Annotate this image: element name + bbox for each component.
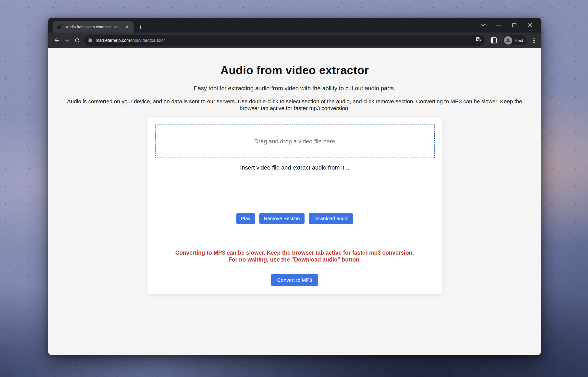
action-button-row: Play Remove Section Download audio xyxy=(155,213,435,224)
page-description-line2: browser tab active for faster mp3 conver… xyxy=(48,105,541,112)
profile-label: Host xyxy=(515,38,523,43)
forward-icon[interactable] xyxy=(62,35,72,46)
address-bar[interactable]: marketerhelp.com/tool/videotoaudio/ xyxy=(84,35,485,46)
back-icon[interactable] xyxy=(52,35,62,46)
video-dropzone[interactable]: Drag and drop a video file here xyxy=(155,125,435,158)
url-text: marketerhelp.com/tool/videotoaudio/ xyxy=(96,38,475,43)
conversion-warning-line1: Converting to MP3 can be slower. Keep th… xyxy=(155,249,435,256)
side-panel-icon[interactable] xyxy=(488,35,499,46)
tab-close-icon[interactable]: ✕ xyxy=(124,24,130,30)
reload-icon[interactable] xyxy=(72,35,82,46)
page-description: Audio is converted on your device, and n… xyxy=(48,98,541,112)
play-button[interactable]: Play xyxy=(236,213,255,224)
lock-icon xyxy=(88,37,92,44)
kebab-menu-icon[interactable] xyxy=(531,36,537,45)
page-subtitle: Easy tool for extracting audio from vide… xyxy=(48,85,541,92)
user-avatar-icon xyxy=(504,36,512,45)
new-tab-icon[interactable]: + xyxy=(136,22,145,32)
translate-icon[interactable] xyxy=(475,37,482,44)
page-title: Audio from video extractor xyxy=(48,63,541,77)
tool-card: Drag and drop a video file here Insert v… xyxy=(148,118,442,294)
convert-to-mp3-button[interactable]: Convert to MP3 xyxy=(271,274,318,286)
growth-chart-favicon-icon xyxy=(57,24,63,30)
dropzone-text: Drag and drop a video file here xyxy=(254,138,335,145)
toolbar-right-cluster: Host xyxy=(488,35,537,46)
page-viewport: Audio from video extractor Easy tool for… xyxy=(48,48,541,355)
conversion-warning: Converting to MP3 can be slower. Keep th… xyxy=(155,249,435,263)
browser-tab[interactable]: Audio from video extractor - Ma ✕ xyxy=(53,21,134,33)
browser-toolbar: marketerhelp.com/tool/videotoaudio/ Host xyxy=(48,33,541,48)
window-controls xyxy=(479,20,534,30)
insert-hint: Insert video file and extract audio from… xyxy=(155,164,435,171)
maximize-icon[interactable] xyxy=(510,21,518,29)
close-icon[interactable] xyxy=(526,21,534,29)
profile-chip[interactable]: Host xyxy=(502,35,528,46)
minimize-icon[interactable] xyxy=(494,21,503,29)
download-audio-button[interactable]: Download audio xyxy=(309,213,353,224)
remove-section-button[interactable]: Remove Section xyxy=(259,213,304,224)
browser-window: Audio from video extractor - Ma ✕ + xyxy=(48,18,541,355)
conversion-warning-line2: For no waiting, use the "Download audio"… xyxy=(155,256,435,263)
page-description-line1: Audio is converted on your device, and n… xyxy=(48,98,541,105)
tab-strip: Audio from video extractor - Ma ✕ + xyxy=(48,18,541,33)
chevron-down-icon[interactable] xyxy=(479,21,487,29)
tab-title: Audio from video extractor - Ma xyxy=(66,25,121,29)
